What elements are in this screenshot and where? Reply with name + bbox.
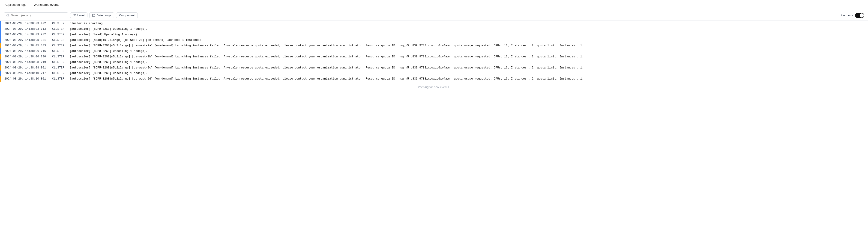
tab-workspace-events[interactable]: Workspace events — [33, 0, 60, 10]
log-timestamp: 2024-08-29, 14:38:03.713 — [4, 27, 50, 31]
log-entry: 2024-08-29, 14:38:03.713CLUSTER[autoscal… — [0, 26, 868, 32]
live-mode-label: Live mode — [839, 13, 853, 17]
log-entry: 2024-08-29, 14:38:10.801CLUSTER[autoscal… — [0, 76, 868, 81]
log-message: [autoscaler] [head|m5.2xlarge] [us-west-… — [70, 38, 864, 42]
log-timestamp: 2024-08-29, 14:38:08.719 — [4, 60, 50, 65]
live-mode-area: Live mode — [839, 13, 864, 18]
log-level: CLUSTER — [52, 38, 66, 42]
log-message: [autoscaler] [8CPU-32GB] Upscaling 1 nod… — [70, 60, 864, 65]
date-range-button[interactable]: Date range — [89, 12, 114, 18]
log-timestamp: 2024-08-29, 14:38:08.801 — [4, 65, 50, 70]
log-entry: 2024-08-29, 14:38:03.972CLUSTER[autoscal… — [0, 32, 868, 37]
log-timestamp: 2024-08-29, 14:38:05.383 — [4, 43, 50, 48]
log-timestamp: 2024-08-29, 14:38:06.796 — [4, 55, 50, 59]
search-icon — [6, 14, 9, 17]
log-entry: 2024-08-29, 14:38:08.801CLUSTER[autoscal… — [0, 65, 868, 71]
log-timestamp: 2024-08-29, 14:38:10.717 — [4, 71, 50, 76]
log-level: CLUSTER — [52, 71, 66, 76]
filter-icon — [73, 14, 76, 17]
calendar-icon — [92, 14, 95, 17]
log-level: CLUSTER — [52, 32, 66, 37]
log-timestamp: 2024-08-29, 14:38:03.422 — [4, 21, 50, 26]
log-level: CLUSTER — [52, 27, 66, 31]
log-level: CLUSTER — [52, 49, 66, 54]
tab-bar: Application logs Workspace events — [0, 0, 868, 10]
search-box[interactable] — [4, 12, 68, 18]
log-entry: 2024-08-29, 14:38:10.717CLUSTER[autoscal… — [0, 71, 868, 76]
search-input[interactable] — [11, 13, 66, 17]
log-message: [autoscaler] [8CPU-32GB|m5.2xlarge] [us-… — [70, 76, 864, 81]
date-range-label: Date range — [96, 13, 111, 17]
svg-line-1 — [8, 16, 9, 17]
log-message: [autoscaler] [8CPU-32GB] Upscaling 1 nod… — [70, 27, 864, 31]
log-timestamp: 2024-08-29, 14:38:06.716 — [4, 49, 50, 54]
component-button[interactable]: Component — [116, 12, 137, 18]
live-mode-toggle[interactable] — [855, 13, 864, 18]
log-entry: 2024-08-29, 14:38:05.321CLUSTER[autoscal… — [0, 37, 868, 43]
log-message: [autoscaler] [8CPU-32GB] Upscaling 1 nod… — [70, 49, 864, 54]
log-container: 2024-08-29, 14:38:03.422CLUSTERCluster i… — [0, 21, 868, 93]
listening-message: Listening for new events... — [0, 81, 868, 93]
tab-application-logs-label: Application logs — [5, 3, 27, 6]
log-message: [autoscaler] [8CPU-32GB|m5.2xlarge] [us-… — [70, 65, 864, 70]
log-entry: 2024-08-29, 14:38:03.422CLUSTERCluster i… — [0, 21, 868, 26]
log-entry: 2024-08-29, 14:38:05.383CLUSTER[autoscal… — [0, 43, 868, 48]
log-level: CLUSTER — [52, 65, 66, 70]
log-level: CLUSTER — [52, 76, 66, 81]
tab-workspace-events-label: Workspace events — [34, 3, 60, 6]
log-level: CLUSTER — [52, 55, 66, 59]
log-level: CLUSTER — [52, 60, 66, 65]
filter-label: Level — [77, 13, 85, 17]
log-timestamp: 2024-08-29, 14:38:10.801 — [4, 76, 50, 81]
log-message: [autoscaler] [8CPU-32GB] Upscaling 1 nod… — [70, 71, 864, 76]
svg-rect-5 — [93, 14, 95, 17]
filter-icon-button[interactable]: Level — [70, 12, 88, 18]
log-message: [autoscaler] [8CPU-32GB|m5.2xlarge] [us-… — [70, 43, 864, 48]
log-message: [autoscaler] [8CPU-32GB|m5.2xlarge] [us-… — [70, 55, 864, 59]
log-message: Cluster is starting. — [70, 21, 864, 26]
log-timestamp: 2024-08-29, 14:38:03.972 — [4, 32, 50, 37]
log-timestamp: 2024-08-29, 14:38:05.321 — [4, 38, 50, 42]
log-level: CLUSTER — [52, 21, 66, 26]
log-level: CLUSTER — [52, 43, 66, 48]
log-entry: 2024-08-29, 14:38:08.719CLUSTER[autoscal… — [0, 60, 868, 65]
log-entry: 2024-08-29, 14:38:06.716CLUSTER[autoscal… — [0, 48, 868, 54]
component-label: Component — [119, 13, 134, 17]
toolbar: Level Date range Component Live mode — [0, 10, 868, 21]
log-message: [autoscaler] [head] Upscaling 1 node(s). — [70, 32, 864, 37]
log-entry: 2024-08-29, 14:38:06.796CLUSTER[autoscal… — [0, 54, 868, 60]
tab-application-logs[interactable]: Application logs — [4, 0, 27, 10]
